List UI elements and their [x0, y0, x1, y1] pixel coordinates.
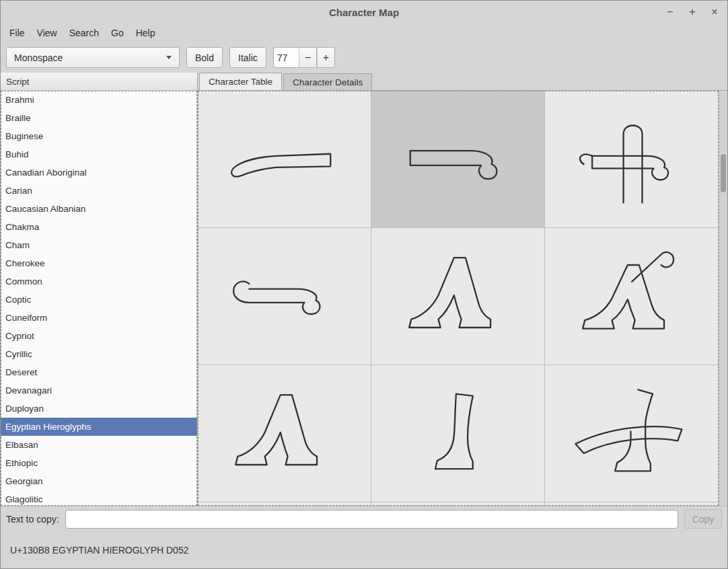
- hieroglyph-legs-walking-reversed-icon: [222, 381, 347, 486]
- script-column-header[interactable]: Script: [1, 73, 197, 91]
- text-to-copy-input[interactable]: [65, 510, 678, 529]
- copy-button[interactable]: Copy: [684, 509, 722, 529]
- vertical-scrollbar[interactable]: [719, 91, 727, 506]
- close-button[interactable]: ×: [710, 6, 719, 18]
- menu-search[interactable]: Search: [63, 25, 105, 41]
- titlebar[interactable]: Character Map − + ×: [1, 1, 727, 24]
- copy-bar: Text to copy: Copy: [1, 506, 727, 531]
- font-size-spinner: − +: [273, 47, 335, 68]
- increase-font-size-button[interactable]: +: [317, 47, 335, 68]
- script-item-brahmi[interactable]: Brahmi: [1, 91, 197, 109]
- menubar: FileViewSearchGoHelp: [1, 24, 727, 42]
- status-text: U+130B8 EGYPTIAN HIEROGLYPH D052: [10, 545, 188, 556]
- character-table-area: [198, 90, 727, 506]
- hieroglyph-phallus-staff-icon: [569, 107, 694, 211]
- character-cell[interactable]: [198, 228, 371, 365]
- main-content: Script BrahmiBrailleBugineseBuhidCanadia…: [1, 73, 727, 506]
- scrollbar-thumb[interactable]: [721, 154, 726, 192]
- toolbar: Monospace Bold Italic − +: [1, 42, 727, 73]
- hieroglyph-leg-icon: [396, 381, 521, 486]
- menu-go[interactable]: Go: [105, 25, 130, 41]
- hieroglyph-leg-with-knife-icon: [569, 381, 694, 486]
- script-panel: Script BrahmiBrailleBugineseBuhidCanadia…: [1, 73, 198, 506]
- decrease-font-size-button[interactable]: −: [299, 47, 317, 68]
- script-item-devanagari[interactable]: Devanagari: [1, 381, 197, 400]
- character-panel: Character TableCharacter Details: [198, 73, 727, 506]
- character-cell[interactable]: [545, 365, 719, 502]
- hieroglyph-arm-icon: [222, 107, 347, 211]
- script-item-glagolitic[interactable]: Glagolitic: [1, 490, 197, 506]
- character-grid: [198, 91, 719, 506]
- font-size-input[interactable]: [273, 47, 299, 68]
- script-item-cuneiform[interactable]: Cuneiform: [1, 309, 197, 327]
- script-item-braille[interactable]: Braille: [1, 109, 197, 127]
- menu-help[interactable]: Help: [130, 25, 161, 41]
- script-item-buginese[interactable]: Buginese: [1, 127, 197, 145]
- script-item-georgian[interactable]: Georgian: [1, 472, 197, 490]
- character-cell[interactable]: [371, 228, 545, 365]
- tab-character-details[interactable]: Character Details: [283, 73, 372, 90]
- menu-view[interactable]: View: [31, 25, 63, 41]
- bold-button[interactable]: Bold: [186, 47, 223, 68]
- script-item-coptic[interactable]: Coptic: [1, 291, 197, 309]
- maximize-button[interactable]: +: [688, 6, 697, 18]
- script-item-elbasan[interactable]: Elbasan: [1, 436, 197, 454]
- script-item-cyrillic[interactable]: Cyrillic: [1, 345, 197, 363]
- script-item-canadian-aboriginal[interactable]: Canadian Aboriginal: [1, 163, 197, 182]
- script-item-cypriot[interactable]: Cypriot: [1, 327, 197, 345]
- script-item-cham[interactable]: Cham: [1, 236, 197, 254]
- script-item-buhid[interactable]: Buhid: [1, 145, 197, 163]
- character-cell[interactable]: [198, 91, 371, 228]
- character-cell[interactable]: [545, 91, 719, 228]
- hieroglyph-phallus-emission-icon: [222, 244, 347, 348]
- chevron-down-icon: [166, 56, 172, 59]
- script-item-deseret[interactable]: Deseret: [1, 363, 197, 381]
- tab-character-table[interactable]: Character Table: [199, 73, 282, 90]
- script-item-ethiopic[interactable]: Ethiopic: [1, 454, 197, 472]
- script-item-egyptian-hieroglyphs[interactable]: Egyptian Hieroglyphs: [1, 418, 197, 436]
- character-map-window: Character Map − + × FileViewSearchGoHelp…: [0, 0, 728, 569]
- script-item-common[interactable]: Common: [1, 272, 197, 291]
- character-cell[interactable]: [545, 228, 719, 365]
- tab-bar: Character TableCharacter Details: [198, 73, 727, 90]
- script-item-chakma[interactable]: Chakma: [1, 218, 197, 236]
- character-cell[interactable]: [198, 365, 371, 502]
- window-controls: − + ×: [665, 1, 719, 24]
- hieroglyph-legs-with-crook-icon: [569, 244, 694, 348]
- script-item-caucasian-albanian[interactable]: Caucasian Albanian: [1, 200, 197, 218]
- window-title: Character Map: [1, 1, 727, 24]
- character-cell[interactable]: [371, 365, 545, 502]
- script-item-duployan[interactable]: Duployan: [1, 400, 197, 418]
- statusbar: U+130B8 EGYPTIAN HIEROGLYPH D052: [1, 531, 727, 568]
- hieroglyph-phallus-icon: [396, 107, 521, 211]
- font-family-value: Monospace: [14, 52, 166, 63]
- menu-file[interactable]: File: [3, 25, 31, 41]
- script-item-cherokee[interactable]: Cherokee: [1, 254, 197, 272]
- script-item-carian[interactable]: Carian: [1, 182, 197, 200]
- text-to-copy-label: Text to copy:: [6, 514, 59, 525]
- minimize-button[interactable]: −: [665, 6, 675, 18]
- hieroglyph-legs-walking-icon: [396, 244, 521, 348]
- font-family-select[interactable]: Monospace: [6, 47, 180, 68]
- script-list: BrahmiBrailleBugineseBuhidCanadian Abori…: [1, 91, 197, 506]
- italic-button[interactable]: Italic: [229, 47, 266, 68]
- character-cell[interactable]: [371, 91, 545, 228]
